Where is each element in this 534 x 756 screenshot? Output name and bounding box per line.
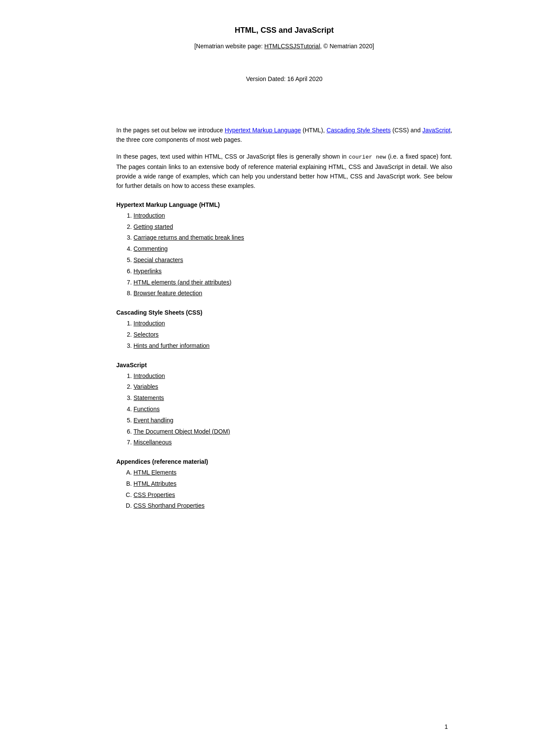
- list-item: Statements: [134, 393, 452, 403]
- html-item-7-link[interactable]: HTML elements (and their attributes): [134, 279, 231, 286]
- intro-paragraph-1: In the pages set out below we introduce …: [116, 125, 452, 145]
- css-item-1-link[interactable]: Introduction: [134, 320, 165, 327]
- list-item: Selectors: [134, 330, 452, 340]
- list-item: Functions: [134, 404, 452, 415]
- list-item: Browser feature detection: [134, 288, 452, 299]
- js-section-heading: JavaScript: [116, 362, 452, 369]
- code-sample: courier new: [349, 154, 386, 160]
- appendices-list: HTML Elements HTML Attributes CSS Proper…: [116, 468, 452, 511]
- list-item: Getting started: [134, 222, 452, 232]
- list-item: CSS Properties: [134, 490, 452, 500]
- js-item-5-link[interactable]: Event handling: [134, 417, 174, 424]
- list-item: HTML elements (and their attributes): [134, 278, 452, 288]
- list-item: Introduction: [134, 319, 452, 329]
- appendix-d-link[interactable]: CSS Shorthand Properties: [134, 502, 205, 509]
- html-list: Introduction Getting started Carriage re…: [116, 211, 452, 299]
- css-link[interactable]: Cascading Style Sheets: [326, 127, 391, 134]
- js-item-7-link[interactable]: Miscellaneous: [134, 439, 172, 446]
- list-item: CSS Shorthand Properties: [134, 501, 452, 511]
- css-item-2-link[interactable]: Selectors: [134, 331, 158, 338]
- html-item-2-link[interactable]: Getting started: [134, 223, 173, 230]
- list-item: Hints and further information: [134, 341, 452, 351]
- list-item: Commenting: [134, 244, 452, 254]
- html-item-1-link[interactable]: Introduction: [134, 212, 165, 219]
- page-number: 1: [444, 723, 448, 730]
- html-item-5-link[interactable]: Special characters: [134, 256, 183, 263]
- js-item-4-link[interactable]: Functions: [134, 406, 160, 412]
- page-container: HTML, CSS and JavaScript [Nematrian webs…: [73, 0, 461, 553]
- html-section-heading: Hypertext Markup Language (HTML): [116, 201, 452, 208]
- html-item-6-link[interactable]: Hyperlinks: [134, 268, 161, 275]
- list-item: Carriage returns and thematic break line…: [134, 233, 452, 243]
- list-item: HTML Attributes: [134, 479, 452, 489]
- list-item: Introduction: [134, 211, 452, 221]
- list-item: Hyperlinks: [134, 266, 452, 277]
- version-text: Version Dated: 16 April 2020: [116, 75, 452, 82]
- js-item-6-link[interactable]: The Document Object Model (DOM): [134, 428, 230, 435]
- appendix-c-link[interactable]: CSS Properties: [134, 491, 175, 498]
- appendix-b-link[interactable]: HTML Attributes: [134, 480, 177, 487]
- page-title: HTML, CSS and JavaScript: [116, 26, 452, 35]
- appendix-a-link[interactable]: HTML Elements: [134, 469, 177, 476]
- appendices-section-heading: Appendices (reference material): [116, 458, 452, 465]
- list-item: Special characters: [134, 255, 452, 266]
- js-item-3-link[interactable]: Statements: [134, 394, 164, 401]
- list-item: Event handling: [134, 415, 452, 426]
- appendices-section: Appendices (reference material) HTML Ele…: [116, 458, 452, 511]
- html-item-4-link[interactable]: Commenting: [134, 245, 168, 252]
- js-section: JavaScript Introduction Variables Statem…: [116, 362, 452, 448]
- subtitle-suffix: , © Nematrian 2020]: [320, 43, 374, 50]
- css-section-heading: Cascading Style Sheets (CSS): [116, 309, 452, 316]
- list-item: Introduction: [134, 371, 452, 381]
- subtitle-prefix: [Nematrian website page:: [194, 43, 264, 50]
- html-link[interactable]: Hypertext Markup Language: [225, 127, 301, 134]
- js-list: Introduction Variables Statements Functi…: [116, 371, 452, 448]
- list-item: HTML Elements: [134, 468, 452, 478]
- html-item-8-link[interactable]: Browser feature detection: [134, 290, 202, 297]
- css-list: Introduction Selectors Hints and further…: [116, 319, 452, 351]
- subtitle: [Nematrian website page: HTMLCSSJSTutori…: [116, 43, 452, 50]
- css-section: Cascading Style Sheets (CSS) Introductio…: [116, 309, 452, 351]
- html-item-3-link[interactable]: Carriage returns and thematic break line…: [134, 234, 244, 241]
- js-item-2-link[interactable]: Variables: [134, 383, 158, 390]
- list-item: Miscellaneous: [134, 437, 452, 448]
- list-item: The Document Object Model (DOM): [134, 427, 452, 437]
- html-section: Hypertext Markup Language (HTML) Introdu…: [116, 201, 452, 299]
- js-item-1-link[interactable]: Introduction: [134, 372, 165, 379]
- intro-paragraph-2: In these pages, text used within HTML, C…: [116, 152, 452, 191]
- js-link[interactable]: JavaScript: [422, 127, 450, 134]
- subtitle-link[interactable]: HTMLCSSJSTutorial: [264, 43, 320, 50]
- list-item: Variables: [134, 382, 452, 392]
- css-item-3-link[interactable]: Hints and further information: [134, 342, 210, 349]
